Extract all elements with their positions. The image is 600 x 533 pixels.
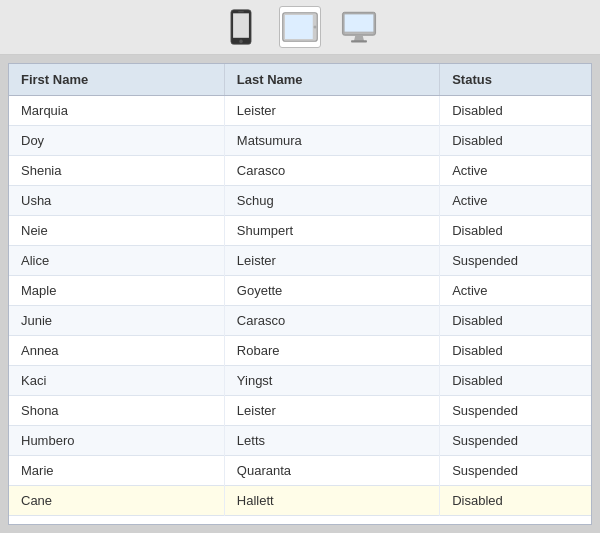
table-header-row: First Name Last Name Status — [9, 64, 591, 96]
svg-rect-10 — [351, 40, 367, 42]
cell-last-name: Carasco — [224, 306, 439, 336]
svg-rect-8 — [345, 14, 374, 31]
cell-first-name: Junie — [9, 306, 224, 336]
cell-status: Active — [440, 276, 591, 306]
cell-last-name: Goyette — [224, 276, 439, 306]
cell-status: Suspended — [440, 396, 591, 426]
cell-first-name: Alice — [9, 246, 224, 276]
svg-rect-1 — [233, 13, 249, 37]
table-row[interactable]: SheniaCarascoActive — [9, 156, 591, 186]
column-header-first-name: First Name — [9, 64, 224, 96]
cell-first-name: Neie — [9, 216, 224, 246]
cell-last-name: Leister — [224, 96, 439, 126]
table-row[interactable]: MapleGoyetteActive — [9, 276, 591, 306]
cell-last-name: Schug — [224, 186, 439, 216]
cell-last-name: Robare — [224, 336, 439, 366]
cell-last-name: Carasco — [224, 156, 439, 186]
cell-first-name: Cane — [9, 486, 224, 516]
svg-rect-3 — [238, 11, 244, 12]
cell-last-name: Quaranta — [224, 456, 439, 486]
cell-status: Disabled — [440, 306, 591, 336]
table-row[interactable]: MarieQuarantaSuspended — [9, 456, 591, 486]
cell-last-name: Leister — [224, 396, 439, 426]
cell-status: Disabled — [440, 96, 591, 126]
table-row[interactable]: NeieShumpertDisabled — [9, 216, 591, 246]
table-container[interactable]: First Name Last Name Status MarquiaLeist… — [8, 63, 592, 525]
cell-last-name: Letts — [224, 426, 439, 456]
column-header-status: Status — [440, 64, 591, 96]
cell-first-name: Marquia — [9, 96, 224, 126]
cell-first-name: Annea — [9, 336, 224, 366]
column-header-last-name: Last Name — [224, 64, 439, 96]
cell-last-name: Yingst — [224, 366, 439, 396]
cell-first-name: Shona — [9, 396, 224, 426]
svg-marker-9 — [354, 35, 364, 41]
table-row[interactable]: AliceLeisterSuspended — [9, 246, 591, 276]
cell-status: Disabled — [440, 336, 591, 366]
phone-device-icon[interactable] — [223, 9, 259, 45]
tablet-device-icon[interactable] — [279, 6, 321, 48]
svg-point-6 — [314, 26, 317, 29]
cell-status: Disabled — [440, 216, 591, 246]
cell-first-name: Kaci — [9, 366, 224, 396]
svg-point-2 — [239, 40, 243, 44]
table-row[interactable]: MarquiaLeisterDisabled — [9, 96, 591, 126]
cell-status: Suspended — [440, 456, 591, 486]
svg-rect-11 — [345, 32, 374, 33]
table-row[interactable]: ShonaLeisterSuspended — [9, 396, 591, 426]
desktop-device-icon[interactable] — [341, 9, 377, 45]
cell-last-name: Hallett — [224, 486, 439, 516]
cell-first-name: Usha — [9, 186, 224, 216]
cell-status: Active — [440, 156, 591, 186]
table-row[interactable]: KaciYingstDisabled — [9, 366, 591, 396]
table-row[interactable]: CaneHallettDisabled — [9, 486, 591, 516]
table-row[interactable]: HumberoLettsSuspended — [9, 426, 591, 456]
cell-first-name: Shenia — [9, 156, 224, 186]
cell-first-name: Humbero — [9, 426, 224, 456]
top-bar — [0, 0, 600, 55]
cell-status: Disabled — [440, 486, 591, 516]
table-row[interactable]: DoyMatsumuraDisabled — [9, 126, 591, 156]
cell-last-name: Leister — [224, 246, 439, 276]
cell-status: Active — [440, 186, 591, 216]
cell-first-name: Marie — [9, 456, 224, 486]
table-row[interactable]: UshaSchugActive — [9, 186, 591, 216]
cell-status: Disabled — [440, 126, 591, 156]
data-table: First Name Last Name Status MarquiaLeist… — [9, 64, 591, 516]
cell-status: Disabled — [440, 366, 591, 396]
table-row[interactable]: JunieCarascoDisabled — [9, 306, 591, 336]
svg-rect-5 — [285, 15, 313, 39]
cell-last-name: Matsumura — [224, 126, 439, 156]
cell-status: Suspended — [440, 246, 591, 276]
cell-first-name: Maple — [9, 276, 224, 306]
table-row[interactable]: AnneaRobareDisabled — [9, 336, 591, 366]
cell-status: Suspended — [440, 426, 591, 456]
cell-first-name: Doy — [9, 126, 224, 156]
cell-last-name: Shumpert — [224, 216, 439, 246]
